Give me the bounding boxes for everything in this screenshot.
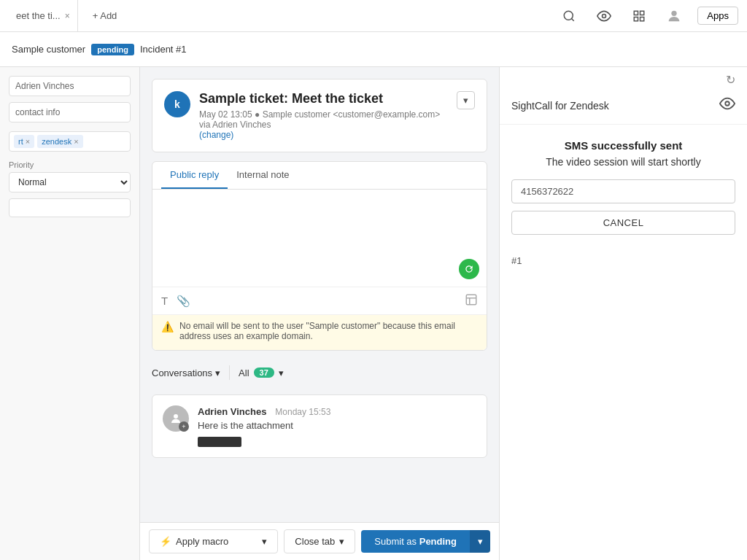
svg-rect-6 bbox=[640, 17, 644, 20]
ticket-avatar: k bbox=[164, 91, 190, 117]
submit-wrap: Submit as Pending ▾ bbox=[361, 530, 490, 553]
message-avatar: + bbox=[163, 405, 189, 432]
tag-zendesk-close[interactable]: × bbox=[74, 137, 78, 146]
apps-button[interactable]: Apps bbox=[697, 7, 738, 25]
submit-dropdown-button[interactable]: ▾ bbox=[470, 530, 490, 553]
count-badge: 37 bbox=[254, 368, 274, 378]
sms-sent-text: SMS successfully sent bbox=[511, 139, 735, 152]
message-item: + Adrien Vinches Monday 15:53 Here is th… bbox=[152, 394, 487, 458]
reply-textarea-wrap bbox=[152, 190, 487, 287]
tags-row: rt × zendesk × bbox=[9, 131, 131, 152]
attachment-icon[interactable]: 📎 bbox=[177, 295, 190, 308]
message-body: Here is the attachment bbox=[198, 420, 330, 431]
svg-rect-4 bbox=[640, 11, 644, 15]
svg-point-7 bbox=[672, 10, 677, 15]
sidebar-tags-section: rt × zendesk × bbox=[9, 131, 131, 152]
top-bar-right: Apps bbox=[557, 4, 738, 28]
message-author-row: Adrien Vinches Monday 15:53 bbox=[198, 405, 330, 417]
search-icon[interactable] bbox=[557, 4, 581, 28]
svg-rect-5 bbox=[635, 17, 638, 20]
priority-section: Priority Low Normal High Urgent bbox=[9, 160, 131, 192]
sightcall-title: SightCall for Zendesk bbox=[511, 100, 609, 112]
video-msg-text: The video session will start shortly bbox=[511, 156, 735, 168]
svg-point-10 bbox=[725, 101, 729, 106]
toolbar-right bbox=[465, 293, 478, 308]
macro-icon: ⚡ bbox=[160, 536, 171, 547]
sightcall-body: SMS successfully sent The video session … bbox=[500, 125, 747, 249]
top-bar: eet the ti... × + Add Apps bbox=[0, 0, 747, 32]
ticket-dropdown-button[interactable]: ▾ bbox=[457, 91, 475, 109]
message-time: Monday 15:53 bbox=[275, 407, 330, 417]
warning-row: ⚠️ No email will be sent to the user "Sa… bbox=[152, 314, 487, 350]
message-content: Adrien Vinches Monday 15:53 Here is the … bbox=[198, 405, 330, 447]
close-tab-button[interactable]: Close tab ▾ bbox=[284, 529, 355, 553]
incident-breadcrumb: Incident #1 bbox=[140, 44, 187, 55]
green-circle-icon[interactable] bbox=[459, 259, 479, 279]
warning-text: No email will be sent to the user "Sampl… bbox=[179, 321, 478, 341]
tag-zendesk: zendesk × bbox=[37, 135, 82, 148]
attachment-preview bbox=[198, 437, 241, 447]
tag-rt-close[interactable]: × bbox=[26, 137, 30, 146]
grid-icon[interactable] bbox=[627, 4, 651, 28]
eye-icon[interactable] bbox=[592, 4, 616, 28]
reply-textarea[interactable] bbox=[152, 190, 487, 284]
message-author: Adrien Vinches bbox=[198, 406, 266, 417]
requester-input[interactable] bbox=[9, 76, 131, 96]
svg-line-1 bbox=[572, 18, 574, 20]
sightcall-panel: ↻ SightCall for Zendesk SMS successfully… bbox=[499, 67, 747, 560]
avatar-plus-icon: + bbox=[179, 421, 189, 432]
ticket-title: Sample ticket: Meet the ticket bbox=[199, 91, 448, 106]
tab-internal-note[interactable]: Internal note bbox=[228, 162, 298, 189]
cancel-button[interactable]: CANCEL bbox=[511, 211, 735, 235]
priority-select[interactable]: Low Normal High Urgent bbox=[9, 172, 131, 192]
svg-point-9 bbox=[174, 414, 178, 419]
add-button[interactable]: + Add bbox=[84, 10, 126, 21]
svg-rect-3 bbox=[635, 11, 638, 15]
tab-title: eet the ti... bbox=[16, 10, 61, 21]
tag-rt: rt × bbox=[14, 135, 34, 148]
breadcrumb-bar: Sample customer pending Incident #1 bbox=[0, 32, 747, 67]
tab-item[interactable]: eet the ti... × bbox=[9, 0, 78, 32]
ticket-header: k Sample ticket: Meet the ticket May 02 … bbox=[152, 79, 487, 152]
chevron-down-icon-2: ▾ bbox=[279, 368, 284, 378]
sightcall-header: SightCall for Zendesk bbox=[500, 87, 747, 125]
divider bbox=[229, 365, 230, 380]
main-content: k Sample ticket: Meet the ticket May 02 … bbox=[140, 67, 499, 560]
apply-macro-button[interactable]: ⚡ Apply macro ▾ bbox=[149, 529, 278, 553]
bottom-bar: ⚡ Apply macro ▾ Close tab ▾ Submit as Pe… bbox=[140, 522, 499, 560]
submit-button[interactable]: Submit as Pending bbox=[361, 530, 470, 553]
tab-close-icon[interactable]: × bbox=[65, 11, 70, 21]
phone-input[interactable] bbox=[511, 179, 735, 203]
contact-info-field: contact info bbox=[9, 102, 131, 122]
ticket-meta: Sample ticket: Meet the ticket May 02 13… bbox=[199, 91, 448, 140]
svg-point-0 bbox=[565, 11, 573, 20]
ticket-area: k Sample ticket: Meet the ticket May 02 … bbox=[140, 67, 499, 522]
refresh-icon[interactable]: ↻ bbox=[500, 67, 747, 87]
sightcall-eye-icon bbox=[719, 96, 735, 115]
sidebar-extra-input[interactable] bbox=[9, 198, 131, 217]
conversations-button[interactable]: Conversations ▾ bbox=[152, 368, 220, 378]
all-filter-button[interactable]: All 37 ▾ bbox=[239, 368, 284, 378]
macro-chevron-icon: ▾ bbox=[262, 536, 267, 547]
change-link[interactable]: (change) bbox=[199, 130, 233, 140]
conversations-bar: Conversations ▾ All 37 ▾ bbox=[152, 359, 487, 386]
close-tab-chevron-icon: ▾ bbox=[339, 536, 344, 547]
priority-label: Priority bbox=[9, 160, 131, 169]
ticket-number: #1 bbox=[500, 249, 747, 272]
text-format-icon[interactable]: T bbox=[161, 295, 168, 307]
user-avatar-icon[interactable] bbox=[662, 4, 686, 28]
tab-public-reply[interactable]: Public reply bbox=[161, 162, 228, 189]
ai-icon[interactable] bbox=[465, 296, 478, 308]
main-layout: contact info rt × zendesk × Priority Low… bbox=[0, 67, 747, 560]
ticket-info: May 02 13:05 ● Sample customer <customer… bbox=[199, 109, 448, 140]
customer-breadcrumb: Sample customer bbox=[12, 44, 85, 55]
sidebar: contact info rt × zendesk × Priority Low… bbox=[0, 67, 140, 560]
chevron-down-icon: ▾ bbox=[215, 368, 220, 378]
toolbar-row: T 📎 bbox=[152, 287, 487, 314]
svg-point-2 bbox=[603, 14, 606, 18]
sidebar-requester: contact info bbox=[9, 76, 131, 122]
warning-icon: ⚠️ bbox=[161, 321, 174, 332]
reply-box: Public reply Internal note T 📎 bbox=[152, 161, 487, 351]
pending-badge: pending bbox=[91, 44, 134, 55]
reply-tabs: Public reply Internal note bbox=[152, 162, 487, 190]
